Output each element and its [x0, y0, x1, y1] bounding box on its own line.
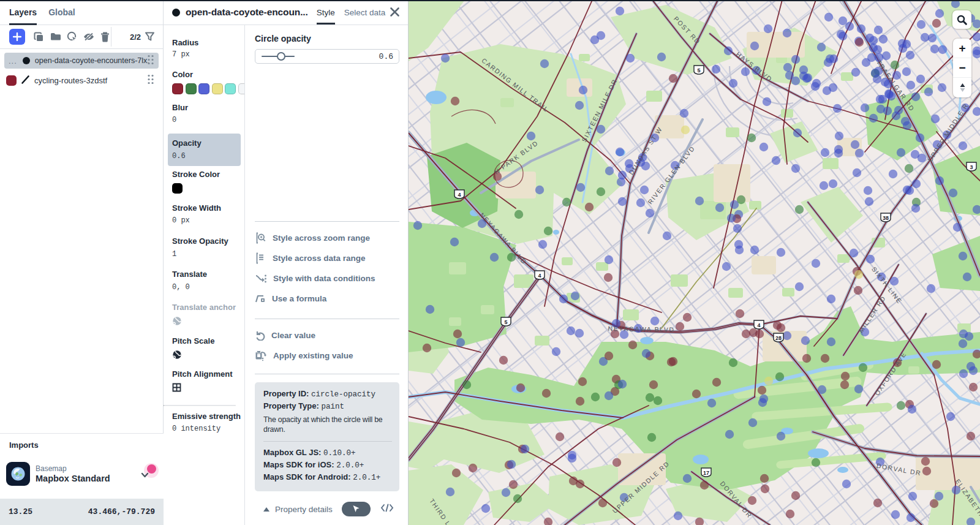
- svg-text:4: 4: [538, 273, 541, 279]
- svg-text:28: 28: [775, 335, 782, 341]
- svg-text:3: 3: [970, 164, 973, 170]
- svg-text:4: 4: [458, 192, 461, 198]
- svg-text:5: 5: [504, 319, 507, 325]
- svg-text:17: 17: [703, 470, 709, 476]
- svg-text:38: 38: [883, 215, 889, 221]
- svg-text:NEYAGAWA BLVD: NEYAGAWA BLVD: [608, 325, 675, 333]
- svg-text:4: 4: [757, 322, 760, 328]
- svg-text:5: 5: [697, 67, 700, 74]
